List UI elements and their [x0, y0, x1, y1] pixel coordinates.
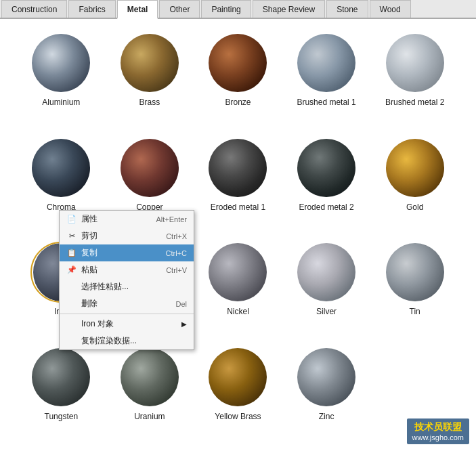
sphere-silver: [297, 243, 355, 301]
sphere-zinc: [297, 348, 355, 406]
material-label-brass: Brass: [139, 98, 160, 107]
material-label-bronze: Bronze: [225, 98, 251, 107]
context-menu-shortcut-delete: Del: [175, 300, 187, 308]
context-menu-shortcut-cut: Ctrl+X: [166, 232, 187, 240]
tab-stone[interactable]: Stone: [326, 0, 368, 18]
sphere-brass: [121, 34, 179, 92]
sphere-nickel: [209, 243, 267, 301]
sphere-tin: [386, 243, 444, 301]
context-menu-label-iron-object: Iron 对象: [81, 318, 114, 330]
sphere-wrapper-gold: [385, 137, 446, 198]
context-menu-label-copy-render: 复制渲染数据...: [81, 335, 137, 347]
context-menu-separator: [60, 314, 194, 314]
sphere-brushed-metal-2: [386, 34, 444, 92]
sphere-wrapper-chroma: [30, 137, 91, 198]
tab-construction[interactable]: Construction: [1, 0, 67, 18]
context-menu-item-iron-object[interactable]: Iron 对象▶: [60, 316, 194, 332]
sphere-wrapper-tin: [385, 242, 446, 303]
sphere-eroded-metal-2: [297, 139, 355, 197]
tab-wood[interactable]: Wood: [370, 0, 411, 18]
sphere-wrapper-eroded-metal-2: [296, 137, 357, 198]
sphere-tungsten: [32, 348, 90, 406]
material-item-eroded-metal-1[interactable]: Eroded metal 1: [197, 137, 279, 229]
sphere-brushed-metal-1: [297, 34, 355, 92]
sphere-aluminium: [32, 34, 90, 92]
context-menu-shortcut-properties: Alt+Enter: [156, 215, 187, 223]
material-item-tungsten[interactable]: Tungsten: [20, 347, 102, 438]
sphere-bronze: [209, 34, 267, 92]
context-menu-item-properties[interactable]: 📄属性Alt+Enter: [60, 211, 194, 228]
material-item-tin[interactable]: Tin: [374, 242, 456, 333]
context-menu-shortcut-paste: Ctrl+V: [166, 266, 187, 274]
material-label-brushed-metal-2: Brushed metal 2: [385, 98, 444, 107]
material-item-brass[interactable]: Brass: [109, 33, 191, 124]
sphere-wrapper-brushed-metal-1: [296, 33, 357, 93]
watermark: 技术员联盟 www.jsgho.com: [407, 418, 469, 444]
material-label-eroded-metal-1: Eroded metal 1: [211, 202, 265, 212]
context-menu-item-paste[interactable]: 📌粘贴Ctrl+V: [60, 261, 194, 278]
material-label-uranium: Uranium: [134, 412, 165, 421]
material-item-brushed-metal-2[interactable]: Brushed metal 2: [374, 33, 456, 124]
material-item-brushed-metal-1[interactable]: Brushed metal 1: [286, 33, 368, 124]
material-label-brushed-metal-1: Brushed metal 1: [297, 98, 355, 107]
tab-other[interactable]: Other: [159, 0, 200, 18]
context-menu-item-delete[interactable]: 删除Del: [60, 295, 194, 312]
context-menu-item-cut[interactable]: ✂剪切Ctrl+X: [60, 228, 194, 244]
context-menu-shortcut-copy: Ctrl+C: [166, 249, 187, 257]
tab-fabrics[interactable]: Fabrics: [68, 0, 115, 18]
context-menu-label-cut: 剪切: [81, 230, 98, 242]
context-menu-label-selective-paste: 选择性粘贴...: [81, 281, 129, 293]
material-label-zinc: Zinc: [319, 412, 334, 421]
sphere-wrapper-zinc: [296, 347, 357, 408]
material-label-nickel: Nickel: [227, 307, 249, 316]
material-label-eroded-metal-2: Eroded metal 2: [299, 202, 353, 212]
material-label-tungsten: Tungsten: [45, 412, 79, 421]
sphere-uranium: [121, 348, 179, 406]
sphere-wrapper-brass: [119, 33, 180, 93]
material-item-nickel[interactable]: Nickel: [197, 242, 279, 333]
material-item-yellow-brass[interactable]: Yellow Brass: [197, 347, 279, 438]
sphere-wrapper-copper: [119, 137, 180, 198]
sphere-copper: [121, 139, 179, 197]
sphere-eroded-metal-1: [209, 139, 267, 197]
sphere-yellow-brass: [209, 348, 267, 406]
context-menu-icon-paste: 📌: [66, 265, 77, 276]
material-label-yellow-brass: Yellow Brass: [215, 412, 261, 421]
tab-metal[interactable]: Metal: [117, 0, 158, 19]
context-menu-item-copy-render[interactable]: 复制渲染数据...: [60, 332, 194, 349]
sphere-wrapper-nickel: [207, 242, 268, 303]
material-item-zinc[interactable]: Zinc: [286, 347, 368, 438]
material-item-gold[interactable]: Gold: [374, 137, 456, 229]
material-label-aluminium: Aluminium: [42, 98, 80, 107]
material-label-silver: Silver: [316, 307, 337, 316]
material-label-tin: Tin: [410, 307, 420, 316]
context-menu-label-delete: 删除: [81, 298, 98, 309]
material-item-silver[interactable]: Silver: [286, 242, 368, 333]
material-item-bronze[interactable]: Bronze: [197, 33, 279, 124]
material-item-aluminium[interactable]: Aluminium: [20, 33, 102, 124]
context-menu-icon-cut: ✂: [66, 231, 77, 242]
sphere-wrapper-tungsten: [30, 347, 91, 408]
context-menu-label-properties: 属性: [81, 213, 98, 225]
sphere-wrapper-brushed-metal-2: [385, 33, 446, 93]
context-menu: 📄属性Alt+Enter✂剪切Ctrl+X📋复制Ctrl+C📌粘贴Ctrl+V选…: [59, 210, 194, 350]
watermark-line1: 技术员联盟: [412, 421, 464, 433]
sphere-gold: [386, 139, 444, 197]
material-item-eroded-metal-2[interactable]: Eroded metal 2: [286, 137, 368, 229]
sphere-wrapper-silver: [296, 242, 357, 303]
context-menu-item-selective-paste[interactable]: 选择性粘贴...: [60, 278, 194, 295]
sphere-wrapper-eroded-metal-1: [207, 137, 268, 198]
tab-shape-review[interactable]: Shape Review: [253, 0, 325, 18]
context-menu-label-copy: 复制: [81, 247, 98, 259]
material-item-uranium[interactable]: Uranium: [109, 347, 191, 438]
context-menu-item-copy[interactable]: 📋复制Ctrl+C: [60, 244, 194, 261]
material-label-gold: Gold: [406, 202, 423, 212]
sphere-wrapper-uranium: [119, 347, 180, 408]
tab-painting[interactable]: Painting: [201, 0, 251, 18]
tab-bar: ConstructionFabricsMetalOtherPaintingSha…: [0, 0, 476, 19]
sphere-chroma: [32, 139, 90, 197]
context-menu-icon-copy: 📋: [66, 248, 77, 259]
context-menu-arrow-iron-object: ▶: [181, 320, 187, 328]
sphere-wrapper-yellow-brass: [207, 347, 268, 408]
context-menu-icon-properties: 📄: [66, 214, 77, 225]
